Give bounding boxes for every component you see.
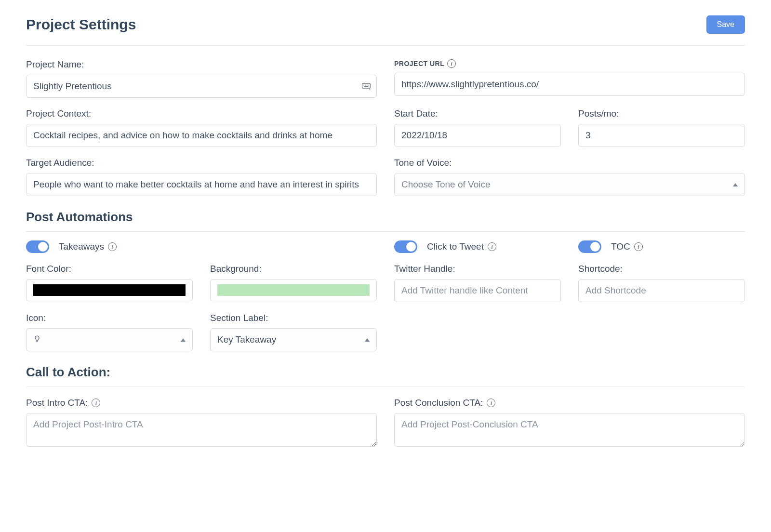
icon-field: Icon: (26, 313, 193, 351)
keyboard-icon: 1 (361, 81, 371, 91)
info-icon[interactable]: i (634, 242, 643, 251)
click-to-tweet-toggle-row: Click to Tweet i (394, 240, 561, 253)
call-to-action-heading: Call to Action: (26, 365, 745, 387)
lightbulb-icon (33, 334, 41, 345)
click-to-tweet-label: Click to Tweet i (427, 241, 496, 252)
twitter-handle-input[interactable] (394, 279, 561, 302)
twitter-handle-label: Twitter Handle: (394, 264, 561, 274)
chevron-up-icon (181, 338, 186, 342)
info-icon[interactable]: i (447, 59, 456, 68)
post-conclusion-cta-field: Post Conclusion CTA: i (394, 398, 745, 447)
project-url-field: PROJECT URL i (394, 59, 745, 98)
tone-of-voice-field: Tone of Voice: Choose Tone of Voice (394, 158, 745, 196)
info-icon[interactable]: i (487, 399, 495, 407)
posts-per-mo-label: Posts/mo: (578, 108, 745, 119)
background-color-swatch (217, 284, 370, 296)
font-color-label: Font Color: (26, 264, 193, 274)
page-header: Project Settings Save (26, 15, 745, 46)
svg-rect-2 (365, 85, 366, 86)
background-label: Background: (210, 264, 377, 274)
font-color-swatch (33, 284, 186, 296)
svg-rect-3 (367, 85, 368, 86)
info-icon[interactable]: i (108, 242, 117, 251)
project-name-field: Project Name: 1 (26, 59, 377, 98)
save-button[interactable]: Save (706, 15, 745, 34)
post-conclusion-cta-label: Post Conclusion CTA: i (394, 398, 745, 408)
project-fields: Project Name: 1 PROJECT URL i Project Co… (26, 59, 745, 196)
tone-of-voice-label: Tone of Voice: (394, 158, 745, 168)
project-name-label: Project Name: (26, 59, 377, 70)
target-audience-input[interactable] (26, 173, 377, 196)
info-icon[interactable]: i (92, 399, 100, 407)
section-label-field: Section Label: Key Takeaway (210, 313, 377, 351)
post-intro-cta-label: Post Intro CTA: i (26, 398, 377, 408)
project-url-label: PROJECT URL i (394, 59, 745, 68)
click-to-tweet-toggle[interactable] (394, 240, 417, 253)
twitter-handle-field: Twitter Handle: (394, 264, 561, 302)
toc-toggle[interactable] (578, 240, 601, 253)
target-audience-label: Target Audience: (26, 158, 377, 168)
project-name-input-wrap: 1 (26, 75, 377, 98)
info-icon[interactable]: i (488, 242, 496, 251)
takeaways-toggle[interactable] (26, 240, 49, 253)
posts-per-mo-field: Posts/mo: (578, 108, 745, 147)
post-intro-cta-input[interactable] (26, 413, 377, 447)
toc-toggle-row: TOC i (578, 240, 745, 253)
post-intro-cta-field: Post Intro CTA: i (26, 398, 377, 447)
project-name-input[interactable] (26, 75, 377, 98)
shortcode-field: Shortcode: (578, 264, 745, 302)
icon-label: Icon: (26, 313, 193, 323)
background-field: Background: (210, 264, 377, 301)
start-date-input[interactable] (394, 124, 561, 147)
project-url-input[interactable] (394, 73, 745, 96)
font-color-picker[interactable] (26, 279, 193, 301)
takeaways-label: Takeaways i (59, 241, 117, 252)
section-label-select[interactable]: Key Takeaway (210, 328, 377, 351)
project-context-field: Project Context: (26, 108, 377, 147)
chevron-up-icon (733, 183, 738, 186)
toc-label: TOC i (611, 241, 643, 252)
start-date-field: Start Date: (394, 108, 561, 147)
target-audience-field: Target Audience: (26, 158, 377, 196)
svg-rect-1 (363, 85, 364, 86)
tone-of-voice-select[interactable]: Choose Tone of Voice (394, 173, 745, 196)
posts-per-mo-input[interactable] (578, 124, 745, 147)
background-color-picker[interactable] (210, 279, 377, 301)
date-posts-row: Start Date: Posts/mo: (394, 108, 745, 147)
font-color-field: Font Color: (26, 264, 193, 301)
chevron-up-icon (365, 338, 370, 342)
cta-grid: Post Intro CTA: i Post Conclusion CTA: i (26, 398, 745, 447)
svg-rect-4 (368, 85, 369, 86)
project-context-input[interactable] (26, 124, 377, 147)
shortcode-label: Shortcode: (578, 264, 745, 274)
page-title: Project Settings (26, 16, 136, 33)
svg-text:1: 1 (369, 87, 371, 91)
post-automations-heading: Post Automations (26, 210, 745, 232)
start-date-label: Start Date: (394, 108, 561, 119)
shortcode-input[interactable] (578, 279, 745, 302)
icon-select[interactable] (26, 328, 193, 351)
automations-grid: Takeaways i Click to Tweet i TOC i Font … (26, 240, 745, 351)
svg-rect-5 (364, 86, 368, 87)
takeaways-toggle-row: Takeaways i (26, 240, 377, 253)
project-context-label: Project Context: (26, 108, 377, 119)
section-label-label: Section Label: (210, 313, 377, 323)
post-conclusion-cta-input[interactable] (394, 413, 745, 447)
